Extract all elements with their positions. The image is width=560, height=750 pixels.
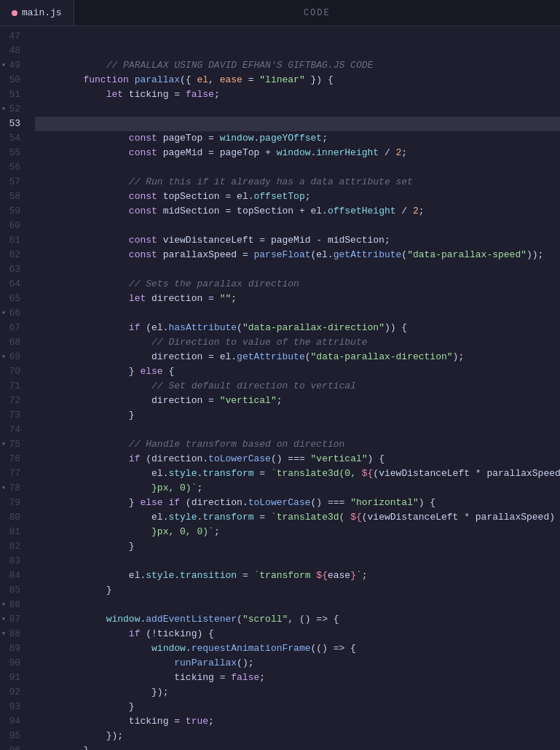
ln-82: 82 [0,539,29,554]
code-line-76: el.style.transform = `translate3d(0, ${(… [35,452,560,466]
ln-53: 53 [0,117,29,131]
ln-65: 65 [0,292,29,306]
ln-76: 76 [0,452,29,466]
code-line-64: let direction = ""; [35,277,560,292]
line-numbers: 47 48 ▾49 50 51 ▾52 53 54 55 56 57 58 59… [0,29,35,750]
code-line-93: ticking = true; [35,700,560,714]
ln-72: 72 [0,394,29,408]
ln-93: 93 [0,700,29,714]
code-line-61: const parallaxSpeed = parseFloat(el.getA… [35,233,560,248]
ln-52: ▾52 [0,102,29,117]
code-line-47 [35,29,560,44]
ln-55: 55 [0,146,29,160]
ln-91: 91 [0,671,29,685]
code-line-84: } [35,569,560,583]
ln-71: 71 [0,379,29,394]
fold-78[interactable]: ▾ [1,481,6,496]
code-line-87: if (!ticking) { [35,612,560,627]
code-line-60: const viewDistanceLeft = pageMid - midSe… [35,219,560,233]
ln-50: 50 [0,73,29,87]
ln-69: ▾69 [0,350,29,364]
code-line-73 [35,408,560,423]
ln-57: 57 [0,175,29,190]
code-line-69: } else { [35,350,560,364]
code-line-71: direction = "vertical"; [35,379,560,394]
fold-88[interactable]: ▾ [1,627,6,641]
fold-69[interactable]: ▾ [1,350,6,364]
code-line-83: el.style.transition = `transform ${ease}… [35,554,560,569]
code-line-92: } [35,685,560,700]
fold-49[interactable]: ▾ [1,58,6,73]
ln-62: 62 [0,248,29,262]
ln-85: 85 [0,583,29,598]
code-line-56: // Run this if it already has a data att… [35,160,560,175]
fold-86[interactable]: ▾ [1,598,6,612]
tab-modified-dot [12,10,17,16]
ln-95: 95 [0,729,29,743]
fold-87[interactable]: ▾ [1,612,6,627]
ln-63: 63 [0,262,29,277]
code-line-96 [35,743,560,750]
ln-47: 47 [0,29,29,44]
code-line-90: ticking = false; [35,656,560,671]
code-line-54: const pageMid = pageTop + window.innerHe… [35,131,560,146]
ln-64: 64 [0,277,29,292]
code-content: // PARALLAX USING DAVID EFHAN'S GIFTBAG.… [35,29,560,750]
ln-90: 90 [0,656,29,671]
fold-66[interactable]: ▾ [1,306,6,321]
ln-67: 67 [0,321,29,335]
ln-78: ▾78 [0,481,29,496]
code-line-65 [35,292,560,306]
ln-86: ▾86 [0,598,29,612]
code-line-59 [35,204,560,219]
code-line-51 [35,87,560,102]
ln-70: 70 [0,364,29,379]
code-line-94: }); [35,714,560,729]
code-line-85 [35,583,560,598]
ln-68: 68 [0,335,29,350]
code-line-49: function parallax({ el, ease = "linear" … [35,58,560,73]
ln-79: 79 [0,496,29,510]
code-line-52: function runParallax() { [35,102,560,117]
code-line-77: }px, 0)`; [35,466,560,481]
fold-52[interactable]: ▾ [1,102,6,117]
ln-83: 83 [0,554,29,569]
ln-48: 48 [0,44,29,58]
ln-88: ▾88 [0,627,29,641]
code-line-72: } [35,394,560,408]
code-line-50: let ticking = false; [35,73,560,87]
code-line-63: // Sets the parallax direction [35,262,560,277]
ln-59: 59 [0,204,29,219]
ln-66: ▾66 [0,306,29,321]
code-line-79: el.style.transform = `translate3d( ${(vi… [35,496,560,510]
ln-81: 81 [0,525,29,539]
ln-94: 94 [0,714,29,729]
code-editor: main.js CODE 47 48 ▾49 50 51 ▾52 53 54 5… [0,0,560,750]
code-line-68: direction = el.getAttribute("data-parall… [35,335,560,350]
ln-96: 96 [0,743,29,750]
file-tab[interactable]: main.js [0,0,74,26]
code-line-55 [35,146,560,160]
ln-84: 84 [0,569,29,583]
code-line-48: // PARALLAX USING DAVID EFHAN'S GIFTBAG.… [35,44,560,58]
code-line-78: } else if (direction.toLowerCase() === "… [35,481,560,496]
code-line-57: const topSection = el.offsetTop; [35,175,560,190]
fold-75[interactable]: ▾ [1,437,6,452]
code-line-86: window.addEventListener("scroll", () => … [35,598,560,612]
code-line-58: const midSection = topSection + el.offse… [35,190,560,204]
ln-49: ▾49 [0,58,29,73]
code-line-67: // Direction to value of the attribute [35,321,560,335]
ln-80: 80 [0,510,29,525]
code-line-81: } [35,525,560,539]
ln-87: ▾87 [0,612,29,627]
ln-56: 56 [0,160,29,175]
code-line-89: runParallax(); [35,641,560,656]
code-area: 47 48 ▾49 50 51 ▾52 53 54 55 56 57 58 59… [0,26,560,750]
ln-92: 92 [0,685,29,700]
code-line-88: window.requestAnimationFrame(() => { [35,627,560,641]
ln-77: 77 [0,466,29,481]
ln-75: ▾75 [0,437,29,452]
header-label: CODE [304,8,331,18]
ln-58: 58 [0,190,29,204]
code-line-80: }px, 0, 0)`; [35,510,560,525]
